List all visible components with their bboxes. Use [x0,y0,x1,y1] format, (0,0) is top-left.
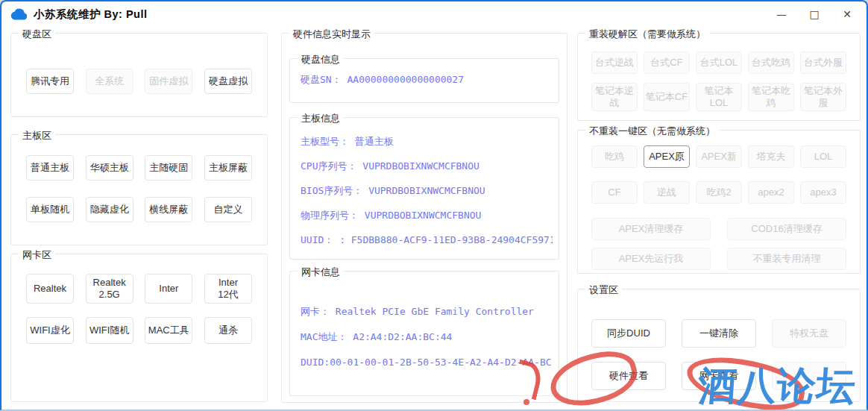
btn-lol: LOL [800,145,846,168]
reinstall-row1: 台式逆战台式CF台式LOL台式吃鸡台式外服 [591,51,846,74]
btn-line-shield[interactable]: 横线屏蔽 [145,197,192,222]
nic-info-value: 网卡： Realtek PCIe GbE Family Controller [301,306,553,318]
onekey-wide-row2: APEX先运行我不重装专用清理 [591,248,846,270]
btn-desktop-lol: 台式LOL [696,51,742,74]
btn-firmware-virtual: 固件虚拟 [145,69,192,94]
btn-board-shield[interactable]: 主板屏蔽 [204,155,252,181]
btn-apex-new: APEX新 [696,145,742,168]
group-label: 主板区 [19,129,55,142]
group-nic-area: 网卡区 RealtekRealtek 2.5GInterInter 12代 WI… [10,254,268,402]
btn-no-reinstall-clean: 不重装专用清理 [727,248,846,270]
maximize-button[interactable]: □ [798,1,831,27]
title-bar: 小苏系统维护 By: Pull — □ ✕ [1,1,867,27]
btn-one-key-clear[interactable]: 一键清除 [682,319,756,348]
btn-tarkov: 塔克夫 [748,145,794,168]
nic-info-lines: 网卡： Realtek PCIe GbE Family ControllerMA… [301,272,553,368]
settings-row1: 同步DUID一键清除特权无盘 [591,319,846,348]
board-info-value: CPU序列号： VUPRDBOBIXNWCMCFBNOU [301,160,553,172]
btn-cf: CF [591,181,638,204]
btn-board-follow-firmware[interactable]: 主随硬固 [145,155,192,181]
btn-wifi-random[interactable]: WIFI随机 [86,317,133,344]
onekey-row2: CF逆战吃鸡2apex2apex3 [591,181,846,204]
btn-nic-view[interactable]: 网卡查看 [682,362,756,390]
group-label: 重装硬解区（需要做系统） [585,28,709,41]
board-info-lines: 主板型号： 普通主板CPU序列号： VUPRDBOBIXNWCMCFBNOUBI… [301,118,553,246]
btn-laptop-chiji: 笔记本吃 鸡 [748,83,794,111]
disk-buttons: 腾讯专用全系统固件虚拟硬盘虚拟 [26,69,252,94]
board-info-value: UUID： : F5DBB880-ACF9-11ED-93B8-24904CF5… [301,234,553,246]
group-label: 硬盘区 [19,28,55,41]
group-label: 不重装一键区（无需做系统） [585,125,719,138]
btn-inter[interactable]: Inter [145,274,192,304]
group-disk-area: 硬盘区 腾讯专用全系统固件虚拟硬盘虚拟 [10,33,268,117]
btn-cod16-clear-cache: COD16清理缓存 [727,218,846,240]
btn-mac-tool[interactable]: MAC工具 [145,317,192,344]
btn-chiji: 吃鸡 [591,145,638,168]
btn-desktop-chiji: 台式吃鸡 [748,51,794,74]
group-label: 设置区 [585,283,622,297]
board-buttons-row1: 普通主板华硕主板主随硬固主板屏蔽 [26,155,252,181]
group-reinstall-area: 重装硬解区（需要做系统） 台式逆战台式CF台式LOL台式吃鸡台式外服 笔记本逆 … [577,33,861,121]
btn-desktop-foreign: 台式外服 [800,51,846,74]
btn-normal-board[interactable]: 普通主板 [26,155,74,181]
reinstall-row2: 笔记本逆 战笔记本CF笔记本 LOL笔记本吃 鸡笔记本外 服 [591,83,846,111]
group-disk-info: 硬盘信息 硬盘SN： AA000000000000000027 [289,58,559,103]
nic-info-value: DUID:00-01-00-01-2B-50-53-4E-A2-A4-D2-AA… [301,357,553,368]
btn-laptop-lol: 笔记本 LOL [696,83,742,111]
board-buttons-row2: 单板随机隐藏虚化横线屏蔽自定义 [26,197,252,222]
btn-nizhan: 逆战 [644,181,690,204]
onekey-wide-row1: APEX清理缓存COD16清理缓存 [591,218,846,240]
board-info-value: 物理序列号： VUPRDBOBIXNWCMCFBNOU [301,210,553,222]
btn-apex-clear-cache: APEX清理缓存 [591,218,711,240]
board-info-value: BIOS序列号： VUPRDBOBIXNWCMCFBNOU [301,185,553,197]
btn-desktop-nizhan: 台式逆战 [591,51,638,74]
btn-laptop-foreign: 笔记本外 服 [800,83,846,111]
group-board-info: 主板信息 主板型号： 普通主板CPU序列号： VUPRDBOBIXNWCMCFB… [289,117,559,260]
disk-sn-value: 硬盘SN： AA000000000000000027 [301,74,553,86]
btn-privilege-diskless: 特权无盘 [772,319,846,348]
btn-disk-virtual[interactable]: 硬盘虚拟 [204,69,252,94]
btn-chiji2: 吃鸡2 [696,181,742,204]
onekey-row1: 吃鸡APEX原APEX新塔克夫LOL [591,145,846,168]
btn-apex-run-me-first: APEX先运行我 [591,248,711,270]
btn-hardware-view[interactable]: 硬件查看 [591,362,666,390]
btn-custom[interactable]: 自定义 [204,197,252,222]
minimize-button[interactable]: — [765,1,798,27]
btn-apex2: apex2 [748,181,794,204]
nic-buttons-row2: WIFI虚化WIFI随机MAC工具通杀 [26,317,252,344]
btn-full-system: 全系统 [86,69,133,94]
disk-info-lines: 硬盘SN： AA000000000000000027 [301,59,553,86]
btn-universal[interactable]: 通杀 [204,317,252,344]
close-button[interactable]: ✕ [831,1,864,27]
nic-buttons-row1: RealtekRealtek 2.5GInterInter 12代 [26,274,252,304]
group-label: 硬件信息实时显示 [289,28,374,41]
window-title: 小苏系统维护 By: Pull [34,7,148,22]
btn-tencent-dedicated[interactable]: 腾讯专用 [26,69,74,94]
nic-info-value: MAC地址： A2:A4:D2:AA:BC:44 [301,331,553,343]
group-nic-info: 网卡信息 网卡： Realtek PCIe GbE Family Control… [289,271,559,396]
btn-laptop-nizhan: 笔记本逆 战 [591,83,638,111]
btn-realtek[interactable]: Realtek [26,274,74,304]
app-window: 小苏系统维护 By: Pull — □ ✕ 硬盘区 腾讯专用全系统固件虚拟硬盘虚… [0,0,868,411]
btn-realtek-25g[interactable]: Realtek 2.5G [86,274,133,304]
btn-apex3: apex3 [800,181,846,204]
btn-asus-board[interactable]: 华硕主板 [86,155,133,181]
btn-single-board-random[interactable]: 单板随机 [26,197,74,222]
board-info-value: 主板型号： 普通主板 [301,136,553,148]
group-hardware-info: 硬件信息实时显示 硬盘信息 硬盘SN： AA000000000000000027… [281,33,567,403]
group-onekey-area: 不重装一键区（无需做系统） 吃鸡APEX原APEX新塔克夫LOL CF逆战吃鸡2… [577,130,861,274]
btn-sync-duid[interactable]: 同步DUID [591,319,666,348]
btn-desktop-cf: 台式CF [644,51,690,74]
btn-inter-12gen[interactable]: Inter 12代 [204,274,252,304]
btn-apex-original[interactable]: APEX原 [644,145,690,168]
btn-laptop-cf: 笔记本CF [644,83,690,111]
group-board-area: 主板区 普通主板华硕主板主随硬固主板屏蔽 单板随机隐藏虚化横线屏蔽自定义 [10,134,268,245]
btn-obscured [772,362,846,390]
btn-wifi-virtualize[interactable]: WIFI虚化 [26,317,74,344]
btn-hide-virtualize[interactable]: 隐藏虚化 [86,197,133,222]
group-label: 网卡区 [19,248,55,262]
group-settings-area: 设置区 同步DUID一键清除特权无盘 硬件查看网卡查看 [577,289,861,402]
window-controls: — □ ✕ [765,1,864,27]
app-cloud-icon [10,8,28,21]
settings-row2: 硬件查看网卡查看 [591,362,846,390]
